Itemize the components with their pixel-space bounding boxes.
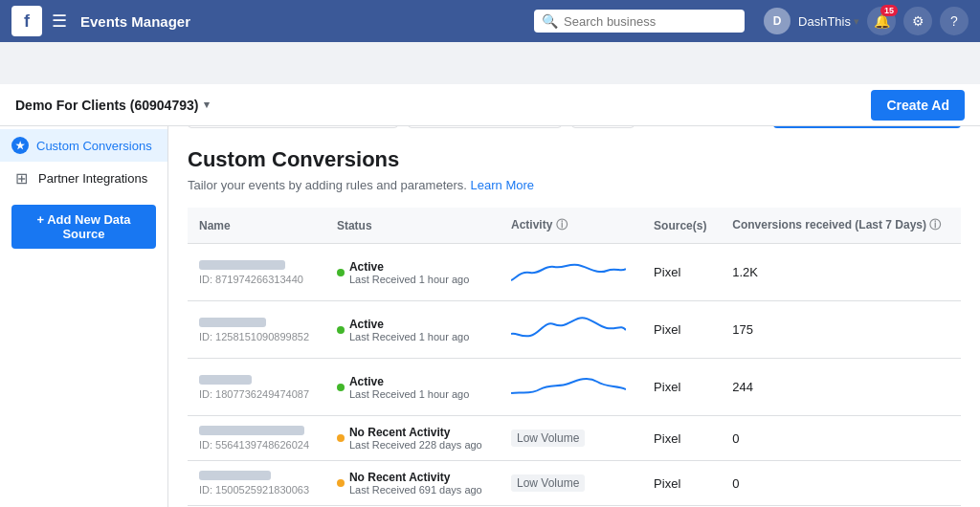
source-cell: Pixel [642, 416, 721, 461]
search-bar: 🔍 [534, 10, 745, 33]
nav-right: D DashThis ▾ 🔔 15 ⚙ ? [764, 7, 969, 35]
sub-nav: Demo For Clients (60904793) ▾ Create Ad [0, 84, 980, 126]
col-status: Status [325, 208, 500, 244]
help-button[interactable]: ? [940, 7, 969, 35]
conversions-cell: 0 [721, 416, 961, 461]
table-row: ID: 1258151090899852 Active Last Receive… [188, 301, 961, 359]
mini-chart [511, 311, 626, 345]
conversions-info-icon[interactable]: ⓘ [929, 218, 941, 231]
sidebar-item-custom-conversions[interactable]: ★ Custom Conversions [0, 129, 167, 162]
source-cell: Pixel [642, 359, 721, 416]
status-sub: Last Received 1 hour ago [349, 274, 469, 285]
search-icon: 🔍 [542, 13, 558, 29]
name-blur [199, 260, 285, 270]
inactive-dot-icon [337, 434, 345, 442]
source-cell: Pixel [642, 244, 721, 301]
status-sub: Last Received 691 days ago [349, 484, 482, 496]
active-dot-icon [337, 326, 345, 334]
user-label[interactable]: DashThis ▾ [798, 14, 859, 29]
active-dot-icon: ★ [11, 137, 29, 154]
avatar: D [764, 8, 791, 34]
settings-button[interactable]: ⚙ [903, 7, 932, 35]
name-cell: ID: 1258151090899852 [199, 318, 314, 342]
facebook-logo: f [11, 6, 42, 36]
col-conversions: Conversions received (Last 7 Days) ⓘ [721, 208, 961, 244]
status-label: Active [349, 318, 469, 331]
account-name: Demo For Clients (60904793) [15, 98, 198, 113]
name-blur [199, 471, 271, 480]
status-sub: Last Received 1 hour ago [349, 388, 469, 400]
layout: ⊕ Data Sources ★ Custom Conversions ⊞ Pa… [0, 84, 980, 507]
col-sources: Source(s) [642, 208, 721, 244]
data-table: Name Status Activity ⓘ Source(s) Convers… [188, 208, 961, 507]
partner-icon: ⊞ [11, 169, 31, 187]
id-text: ID: 1258151090899852 [199, 331, 314, 342]
table-row: ID: 1500525921830063 No Recent Activity … [188, 461, 961, 506]
sidebar-item-label: Partner Integrations [38, 171, 147, 186]
name-cell: ID: 1807736249474087 [199, 375, 314, 400]
status-cell: No Recent Activity Last Received 228 day… [337, 426, 488, 451]
account-selector[interactable]: Demo For Clients (60904793) ▾ [15, 98, 210, 113]
table-row: ID: 871974266313440 Active Last Received… [188, 244, 961, 301]
table-row: ID: 1807736249474087 Active Last Receive… [188, 359, 961, 416]
status-label: Active [349, 260, 469, 274]
id-text: ID: 1807736249474087 [199, 388, 314, 400]
notification-badge: 15 [880, 5, 898, 16]
inactive-dot-icon [337, 479, 345, 487]
status-cell: Active Last Received 1 hour ago [337, 260, 488, 285]
conversions-cell: 244 [721, 359, 961, 416]
active-dot-icon [337, 269, 345, 276]
status-label: No Recent Activity [349, 471, 482, 484]
id-text: ID: 871974266313440 [199, 274, 314, 285]
status-cell: Active Last Received 1 hour ago [337, 318, 488, 342]
hamburger-icon[interactable]: ☰ [52, 11, 67, 32]
chevron-down-icon: ▾ [204, 99, 210, 111]
page-subtitle: Tailor your events by adding rules and p… [188, 178, 961, 192]
name-cell: ID: 5564139748626024 [199, 426, 314, 451]
status-sub: Last Received 228 days ago [349, 439, 482, 451]
status-sub: Last Received 1 hour ago [349, 331, 469, 342]
conversions-cell: 175 [721, 301, 961, 359]
low-volume-badge: Low Volume [511, 430, 585, 447]
create-ad-button[interactable]: Create Ad [871, 90, 965, 121]
activity-info-icon[interactable]: ⓘ [556, 218, 568, 231]
id-text: ID: 5564139748626024 [199, 439, 314, 451]
name-blur [199, 375, 252, 385]
table-row: ID: 5564139748626024 No Recent Activity … [188, 416, 961, 461]
name-blur [199, 426, 304, 435]
nav-title: Events Manager [80, 13, 190, 30]
status-label: No Recent Activity [349, 426, 482, 439]
learn-more-link[interactable]: Learn More [471, 178, 534, 192]
search-input[interactable] [564, 14, 737, 29]
id-text: ID: 1500525921830063 [199, 484, 314, 496]
low-volume-badge: Low Volume [511, 474, 585, 492]
col-activity: Activity ⓘ [500, 208, 642, 244]
conversions-cell: 0 [721, 461, 961, 506]
status-cell: No Recent Activity Last Received 691 day… [337, 471, 488, 496]
active-dot-icon [337, 384, 345, 391]
status-cell: Active Last Received 1 hour ago [337, 375, 488, 400]
notifications-button[interactable]: 🔔 15 [867, 7, 896, 35]
mini-chart [511, 368, 626, 403]
col-name: Name [188, 208, 325, 244]
sidebar: ⊕ Data Sources ★ Custom Conversions ⊞ Pa… [0, 84, 168, 507]
page-title: Custom Conversions [188, 147, 961, 172]
sidebar-item-label: Custom Conversions [36, 139, 152, 153]
conversions-cell: 1.2K [721, 244, 961, 301]
sidebar-item-partner-integrations[interactable]: ⊞ Partner Integrations [0, 162, 167, 195]
main-content: 🔍 Filter by Data Source ▾ Share Create C… [168, 84, 980, 507]
name-blur [199, 318, 266, 327]
status-label: Active [349, 375, 469, 388]
source-cell: Pixel [642, 461, 721, 506]
mini-chart [511, 254, 626, 288]
add-data-source-button[interactable]: + Add New Data Source [11, 205, 156, 249]
name-cell: ID: 1500525921830063 [199, 471, 314, 496]
top-nav: f ☰ Events Manager 🔍 D DashThis ▾ 🔔 15 ⚙… [0, 0, 980, 42]
source-cell: Pixel [642, 301, 721, 359]
name-cell: ID: 871974266313440 [199, 260, 314, 285]
